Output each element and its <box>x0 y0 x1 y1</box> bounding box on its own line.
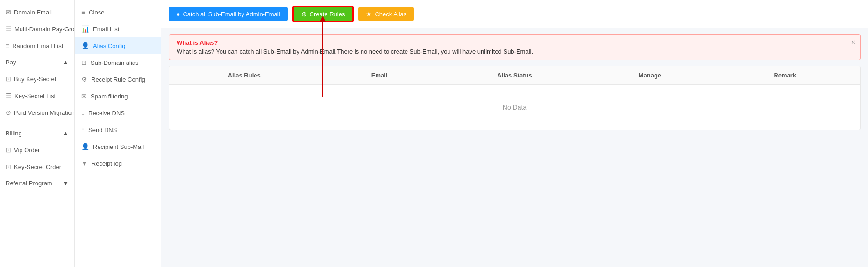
alias-alert-banner: What is Alias? What is alias? You can ca… <box>169 34 861 60</box>
sidebar2-item-label: Receipt Rule Config <box>91 76 145 83</box>
sidebar-item-referral-program[interactable]: Referral Program ▼ <box>0 175 74 191</box>
table-col-manage: Manage <box>582 72 717 79</box>
check-alias-icon: ★ <box>366 10 372 18</box>
sidebar-item-key-secret-list[interactable]: ☰ Key-Secret List <box>0 87 74 104</box>
paid-version-migration-icon: ⊙ <box>6 109 11 116</box>
billing-arrow-icon: ▲ <box>63 130 69 137</box>
sidebar-item-label: Random Email List <box>12 42 63 49</box>
close-icon: ≡ <box>81 8 85 16</box>
receipt-log-icon: ▼ <box>81 160 88 167</box>
sidebar2-item-spam-filtering[interactable]: ✉ Spam filtering <box>75 88 161 105</box>
email-list-icon: 📊 <box>81 25 89 33</box>
vip-order-icon: ⊡ <box>6 146 11 154</box>
multi-domain-icon: ☰ <box>6 25 12 33</box>
sidebar-item-billing[interactable]: Billing ▲ <box>0 125 74 141</box>
alert-description: What is alias? You can catch all Sub-Ema… <box>177 48 853 55</box>
recipient-sub-mail-icon: 👤 <box>81 143 89 150</box>
main-content: ● Catch all Sub-Email by Admin-Email ⊕ C… <box>161 0 868 267</box>
sidebar-item-label: Pay <box>6 59 16 66</box>
alias-config-icon: 👤 <box>81 42 89 49</box>
sidebar2-item-recipient-sub-mail[interactable]: 👤 Recipient Sub-Mail <box>75 138 161 155</box>
sidebar-item-key-secret-order[interactable]: ⊡ Key-Secret Order <box>0 158 74 175</box>
table-header: Alias Rules Email Alias Status Manage Re… <box>169 66 860 85</box>
random-email-icon: ≡ <box>6 42 9 49</box>
catch-all-button[interactable]: ● Catch all Sub-Email by Admin-Email <box>169 7 288 21</box>
sidebar-item-paid-version-migration[interactable]: ⊙ Paid Version Migration <box>0 104 74 121</box>
buy-key-secret-icon: ⊡ <box>6 75 11 83</box>
sidebar-item-random-email[interactable]: ≡ Random Email List <box>0 37 74 54</box>
sidebar2-item-label: Receive DNS <box>88 110 125 117</box>
sidebar2-item-send-dns[interactable]: ↑ Send DNS <box>75 121 161 138</box>
sidebar2-item-label: Email List <box>93 26 119 33</box>
sidebar2-item-label: Alias Config <box>93 42 125 49</box>
sidebar-item-multi-domain[interactable]: ☰ Multi-Domain Pay-Group <box>0 21 74 37</box>
sidebar2-item-close[interactable]: ≡ Close <box>75 4 161 21</box>
sidebar-item-label: Buy Key-Secret <box>14 76 56 83</box>
sidebar-item-pay[interactable]: Pay ▲ <box>0 54 74 70</box>
receive-dns-icon: ↓ <box>81 109 85 117</box>
toolbar: ● Catch all Sub-Email by Admin-Email ⊕ C… <box>161 0 868 28</box>
content-area: What is Alias? What is alias? You can ca… <box>161 28 868 267</box>
sidebar-item-label: Key-Secret Order <box>14 163 61 170</box>
sub-domain-alias-icon: ⊡ <box>81 59 87 66</box>
sidebar2-item-email-list[interactable]: 📊 Email List <box>75 21 161 37</box>
key-secret-list-icon: ☰ <box>6 92 12 99</box>
sidebar2-item-label: Send DNS <box>88 126 117 134</box>
key-secret-order-icon: ⊡ <box>6 163 11 170</box>
left-sidebar: ✉ Domain Email ☰ Multi-Domain Pay-Group … <box>0 0 75 267</box>
sidebar2-item-receive-dns[interactable]: ↓ Receive DNS <box>75 105 161 121</box>
sidebar-item-label: Billing <box>6 130 22 137</box>
alias-table: Alias Rules Email Alias Status Manage Re… <box>169 66 861 130</box>
table-empty-state: No Data <box>169 85 860 130</box>
alert-title: What is Alias? <box>177 39 853 46</box>
sidebar-item-buy-key-secret[interactable]: ⊡ Buy Key-Secret <box>0 70 74 87</box>
sidebar-item-label: Referral Program <box>6 180 52 187</box>
sidebar-item-label: Paid Version Migration <box>14 109 75 116</box>
sidebar2-item-label: Recipient Sub-Mail <box>93 143 144 150</box>
spam-filtering-icon: ✉ <box>81 92 87 100</box>
table-col-alias-status: Alias Status <box>447 72 582 79</box>
table-col-email: Email <box>312 72 447 79</box>
create-rules-button[interactable]: ⊕ Create Rules <box>292 6 354 22</box>
check-alias-button[interactable]: ★ Check Alias <box>358 7 414 21</box>
domain-email-icon: ✉ <box>6 8 11 16</box>
receipt-rule-config-icon: ⚙ <box>81 76 87 83</box>
sidebar2-item-label: Receipt log <box>92 160 122 167</box>
table-col-alias-rules: Alias Rules <box>177 72 312 79</box>
sidebar-item-label: Vip Order <box>14 147 40 154</box>
sidebar2-item-label: Sub-Domain alias <box>91 59 139 66</box>
create-rules-icon: ⊕ <box>301 10 307 18</box>
sidebar-item-label: Domain Email <box>14 9 52 16</box>
sidebar2-item-receipt-rule-config[interactable]: ⚙ Receipt Rule Config <box>75 71 161 88</box>
sidebar2-item-sub-domain-alias[interactable]: ⊡ Sub-Domain alias <box>75 54 161 71</box>
second-sidebar: ≡ Close 📊 Email List 👤 Alias Config ⊡ Su… <box>75 0 161 267</box>
sidebar2-item-alias-config[interactable]: 👤 Alias Config <box>75 37 161 54</box>
pay-arrow-icon: ▲ <box>63 59 69 66</box>
sidebar2-item-label: Spam filtering <box>91 93 128 100</box>
sidebar-item-vip-order[interactable]: ⊡ Vip Order <box>0 141 74 158</box>
referral-arrow-icon: ▼ <box>63 180 69 187</box>
table-col-remark: Remark <box>718 72 853 79</box>
sidebar2-item-label: Close <box>89 9 104 16</box>
catch-all-icon: ● <box>176 10 180 18</box>
sidebar-item-label: Key-Secret List <box>14 92 56 99</box>
sidebar2-item-receipt-log[interactable]: ▼ Receipt log <box>75 155 161 172</box>
alert-close-button[interactable]: × <box>851 38 855 47</box>
no-data-text: No Data <box>503 104 526 111</box>
send-dns-icon: ↑ <box>81 126 85 134</box>
sidebar-item-domain-email[interactable]: ✉ Domain Email <box>0 4 74 21</box>
sidebar-item-label: Multi-Domain Pay-Group <box>14 26 75 33</box>
